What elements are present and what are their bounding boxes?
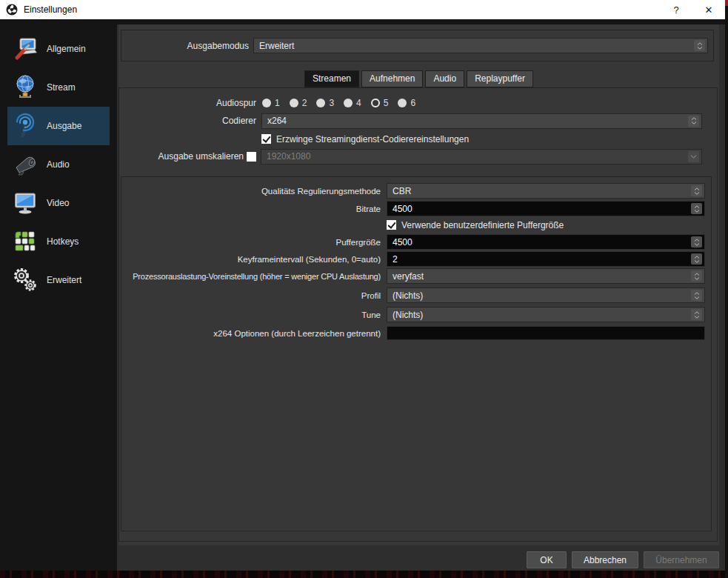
x264-options-label: x264 Optionen (durch Leerzeichen getrenn…	[121, 329, 381, 338]
radio-label: 5	[384, 98, 389, 108]
audio-icon	[10, 150, 40, 179]
rate-control-select[interactable]: CBR	[387, 183, 705, 199]
desktop-background-edge	[725, 0, 728, 578]
output-mode-label: Ausgabemodus	[121, 41, 249, 51]
window-title: Einstellungen	[24, 4, 77, 15]
tab-audio[interactable]: Audio	[425, 70, 464, 87]
spinner-arrows-icon[interactable]	[691, 290, 702, 301]
spinner-arrows-icon[interactable]	[691, 203, 702, 214]
sidebar: Allgemein	[0, 19, 117, 571]
audio-track-row: Audiospur 1 2 3	[119, 96, 702, 109]
help-button[interactable]: ?	[660, 0, 692, 19]
spinner-arrows-icon[interactable]	[691, 309, 702, 320]
sidebar-item-label: Audio	[47, 159, 70, 170]
tab-replaypuffer[interactable]: Replaypuffer	[467, 70, 533, 87]
bitrate-input[interactable]: 4500	[387, 201, 705, 216]
radio-selected-icon[interactable]	[371, 99, 380, 107]
sidebar-item-ausgabe[interactable]: Ausgabe	[7, 107, 110, 145]
buffer-size-input[interactable]: 4500	[387, 234, 705, 250]
desktop-background-strip	[0, 571, 728, 578]
audio-track-option-2[interactable]: 2	[290, 98, 307, 108]
radio-icon[interactable]	[398, 99, 407, 107]
keyframe-interval-label: Keyframeintervall (Sekunden, 0=auto)	[121, 255, 381, 264]
advanced-icon	[10, 265, 40, 295]
encoder-select[interactable]: x264	[261, 113, 702, 129]
spinner-arrows-icon[interactable]	[694, 40, 705, 51]
sidebar-item-stream[interactable]: Stream	[7, 68, 110, 107]
output-mode-value: Erweitert	[259, 41, 294, 51]
sidebar-item-allgemein[interactable]: Allgemein	[7, 30, 110, 68]
cancel-button[interactable]: Abbrechen	[572, 551, 638, 568]
spinner-arrows-icon[interactable]	[691, 270, 702, 282]
spinner-arrows-icon[interactable]	[688, 116, 699, 127]
spinner-arrows-icon[interactable]	[691, 253, 702, 265]
sidebar-item-audio[interactable]: Audio	[7, 145, 110, 184]
close-button[interactable]: ✕	[692, 0, 725, 19]
audio-track-option-3[interactable]: 3	[316, 98, 334, 108]
sidebar-item-label: Video	[47, 198, 69, 208]
audio-track-option-1[interactable]: 1	[262, 98, 280, 108]
sidebar-item-label: Allgemein	[47, 44, 86, 54]
rescale-label: Ausgabe umskalieren	[119, 151, 244, 162]
radio-icon[interactable]	[316, 99, 325, 107]
dialog-footer: OK Abbrechen Übernehmen	[527, 551, 719, 568]
tune-select[interactable]: (Nichts)	[387, 307, 705, 322]
enforce-settings-checkbox[interactable]	[261, 134, 271, 144]
keyframe-interval-value: 2	[393, 254, 398, 265]
sidebar-item-label: Ausgabe	[47, 121, 81, 131]
ok-button[interactable]: OK	[527, 551, 567, 568]
custom-buffer-label: Verwende benutzerdefinierte Puffergröße	[401, 220, 564, 230]
encoder-label: Codierer	[119, 116, 256, 126]
output-icon	[10, 111, 40, 141]
bitrate-label: Bitrate	[121, 205, 381, 213]
tab-streamen[interactable]: Streamen	[304, 70, 359, 87]
output-mode-select[interactable]: Erweitert	[253, 38, 708, 53]
tab-aufnehmen[interactable]: Aufnehmen	[361, 70, 423, 87]
spinner-arrows-icon[interactable]	[691, 236, 702, 248]
sidebar-item-label: Stream	[47, 82, 76, 93]
titlebar: Einstellungen ? ✕	[0, 0, 725, 19]
cpu-preset-select[interactable]: veryfast	[387, 268, 705, 284]
sidebar-item-hotkeys[interactable]: Hotkeys	[7, 222, 110, 261]
audio-track-option-5[interactable]: 5	[371, 98, 389, 108]
general-icon	[10, 34, 40, 64]
radio-label: 3	[329, 98, 334, 108]
output-tabs: Streamen Aufnehmen Audio Replaypuffer	[118, 70, 719, 87]
window-body: Allgemein	[0, 19, 725, 571]
rate-control-row: Qualitäts Regulierungsmethode CBR	[121, 183, 705, 199]
radio-icon[interactable]	[344, 99, 353, 107]
keyframe-interval-row: Keyframeintervall (Sekunden, 0=auto) 2	[121, 251, 705, 267]
audio-track-option-6[interactable]: 6	[398, 98, 415, 108]
sidebar-item-erweitert[interactable]: Erweitert	[7, 261, 110, 299]
sidebar-item-video[interactable]: Video	[7, 184, 110, 222]
output-settings-panel: Ausgabemodus Erweitert Streamen Aufnehme…	[118, 24, 719, 545]
settings-window: Einstellungen ? ✕ Allgemein	[0, 0, 725, 571]
encoder-settings-group: Qualitäts Regulierungsmethode CBR Bitrat…	[121, 176, 712, 531]
audio-track-label: Audiospur	[119, 98, 256, 108]
bitrate-value: 4500	[393, 204, 413, 214]
buffer-size-value: 4500	[393, 237, 413, 248]
buffer-size-label: Puffergröße	[121, 238, 381, 247]
chevron-down-icon	[688, 151, 699, 162]
rescale-select: 1920x1080	[261, 149, 702, 165]
keyframe-interval-input[interactable]: 2	[387, 251, 705, 267]
tune-label: Tune	[121, 310, 381, 319]
rescale-checkbox[interactable]	[247, 152, 256, 162]
obs-logo-icon	[6, 4, 18, 16]
rate-control-value: CBR	[393, 186, 411, 196]
hotkeys-icon	[10, 227, 40, 256]
radio-icon[interactable]	[262, 99, 271, 107]
profile-select[interactable]: (Nichts)	[387, 288, 705, 303]
sidebar-item-label: Erweitert	[47, 275, 81, 285]
x264-options-row: x264 Optionen (durch Leerzeichen getrenn…	[121, 326, 705, 340]
audio-track-option-4[interactable]: 4	[344, 98, 361, 108]
x264-options-input[interactable]	[387, 326, 705, 340]
spinner-arrows-icon[interactable]	[691, 185, 702, 196]
radio-label: 4	[356, 98, 361, 108]
cpu-preset-value: veryfast	[393, 271, 424, 282]
encoder-row: Codierer x264	[119, 113, 702, 129]
radio-label: 2	[302, 98, 307, 108]
output-mode-box: Ausgabemodus Erweitert	[121, 30, 714, 62]
radio-icon[interactable]	[290, 99, 298, 107]
custom-buffer-checkbox[interactable]	[387, 220, 396, 230]
